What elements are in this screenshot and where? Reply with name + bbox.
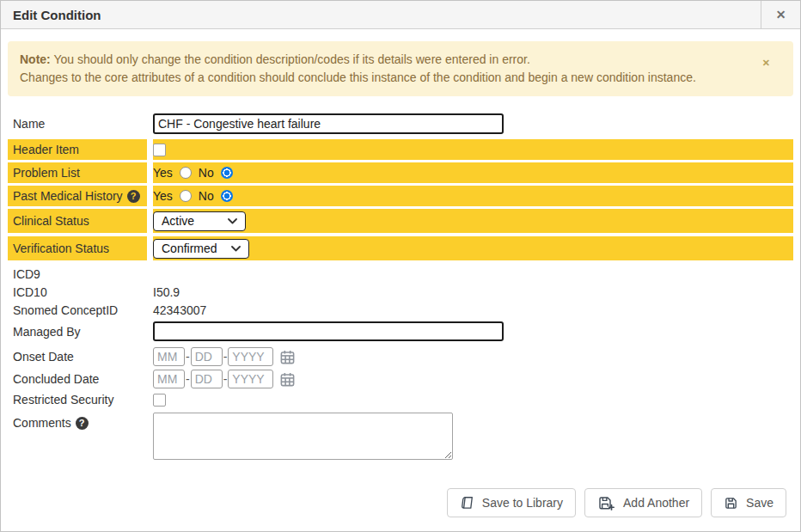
past-medical-history-yes-label: Yes	[153, 189, 173, 203]
note-line1: Note: You should only change the conditi…	[20, 51, 759, 69]
dialog-actions: Save to Library Add Another Save	[8, 488, 793, 517]
save-plus-icon	[597, 495, 615, 511]
concluded-year-input[interactable]	[228, 370, 273, 388]
clinical-status-label: Clinical Status	[8, 209, 147, 233]
row-icd10: ICD10 I50.9	[8, 284, 793, 299]
onset-date-label: Onset Date	[8, 350, 147, 364]
problem-list-yes-radio[interactable]	[180, 167, 192, 179]
comments-help-icon[interactable]: ?	[76, 417, 89, 430]
verification-status-label: Verification Status	[8, 236, 147, 260]
header-item-checkbox[interactable]	[153, 144, 166, 156]
onset-month-input[interactable]	[153, 347, 185, 366]
onset-year-input[interactable]	[228, 347, 273, 366]
verification-status-value: Confirmed	[162, 242, 217, 255]
snomed-label: Snomed ConceptID	[8, 303, 147, 317]
save-icon	[724, 496, 738, 511]
problem-list-no-label: No	[199, 166, 214, 180]
icd10-value: I50.9	[153, 285, 180, 299]
verification-status-select[interactable]: Confirmed	[153, 239, 249, 259]
chevron-down-icon	[228, 218, 237, 224]
icd10-label: ICD10	[8, 285, 147, 299]
past-medical-history-label: Past Medical History	[13, 189, 123, 203]
row-managed-by: Managed By	[8, 321, 793, 341]
row-problem-list: Problem List Yes No	[8, 162, 793, 183]
comments-textarea[interactable]	[153, 413, 453, 460]
row-name: Name	[8, 111, 793, 137]
managed-by-label: Managed By	[8, 325, 147, 339]
row-past-medical-history: Past Medical History ? Yes No	[8, 186, 793, 206]
add-another-button[interactable]: Add Another	[584, 488, 702, 517]
row-onset-date: Onset Date - -	[8, 347, 793, 366]
dialog-title: Edit Condition	[1, 8, 101, 22]
concluded-month-input[interactable]	[153, 370, 185, 388]
concluded-day-input[interactable]	[191, 370, 223, 388]
concluded-date-label: Concluded Date	[8, 372, 147, 386]
concluded-calendar-icon[interactable]	[279, 371, 296, 388]
comments-label: Comments	[13, 416, 71, 430]
past-medical-history-yes-radio[interactable]	[180, 190, 192, 202]
problem-list-no-radio[interactable]	[221, 167, 233, 179]
past-medical-history-help-icon[interactable]: ?	[127, 190, 140, 203]
onset-calendar-icon[interactable]	[279, 349, 296, 365]
row-snomed: Snomed ConceptID 42343007	[8, 303, 793, 317]
note-label: Note:	[20, 52, 51, 66]
header-item-label: Header Item	[8, 139, 147, 160]
name-label: Name	[8, 117, 147, 131]
past-medical-history-no-label: No	[199, 189, 214, 203]
note-banner: Note: You should only change the conditi…	[8, 41, 793, 96]
past-medical-history-no-radio[interactable]	[221, 190, 233, 202]
clinical-status-value: Active	[162, 214, 194, 228]
snomed-value: 42343007	[153, 303, 206, 317]
row-comments: Comments ?	[8, 413, 793, 460]
dialog-header: Edit Condition ✕	[1, 1, 800, 29]
book-icon	[460, 496, 474, 511]
icd9-label: ICD9	[8, 267, 147, 281]
save-button[interactable]: Save	[711, 488, 786, 517]
close-button[interactable]: ✕	[761, 1, 800, 29]
onset-day-input[interactable]	[191, 347, 223, 366]
dismiss-icon: ✕	[762, 58, 770, 68]
save-to-library-button[interactable]: Save to Library	[447, 488, 576, 517]
problem-list-label: Problem List	[8, 162, 147, 183]
row-clinical-status: Clinical Status Active	[8, 209, 793, 233]
managed-by-input[interactable]	[153, 321, 504, 341]
problem-list-yes-label: Yes	[153, 166, 173, 180]
row-concluded-date: Concluded Date - -	[8, 370, 793, 388]
row-verification-status: Verification Status Confirmed	[8, 236, 793, 260]
restricted-security-label: Restricted Security	[8, 393, 147, 407]
edit-condition-dialog: Edit Condition ✕ Note: You should only c…	[0, 0, 801, 532]
condition-form: Name Header Item Problem List Yes No	[1, 111, 800, 517]
row-icd9: ICD9	[8, 266, 793, 281]
name-input[interactable]	[153, 113, 504, 134]
clinical-status-select[interactable]: Active	[153, 211, 246, 231]
row-restricted-security: Restricted Security	[8, 391, 793, 408]
note-dismiss-button[interactable]: ✕	[762, 54, 770, 72]
note-line2: Changes to the core attributes of a cond…	[20, 69, 759, 87]
row-header-item: Header Item	[8, 139, 793, 160]
close-icon: ✕	[776, 8, 786, 21]
restricted-security-checkbox[interactable]	[153, 394, 166, 407]
chevron-down-icon	[231, 246, 241, 252]
